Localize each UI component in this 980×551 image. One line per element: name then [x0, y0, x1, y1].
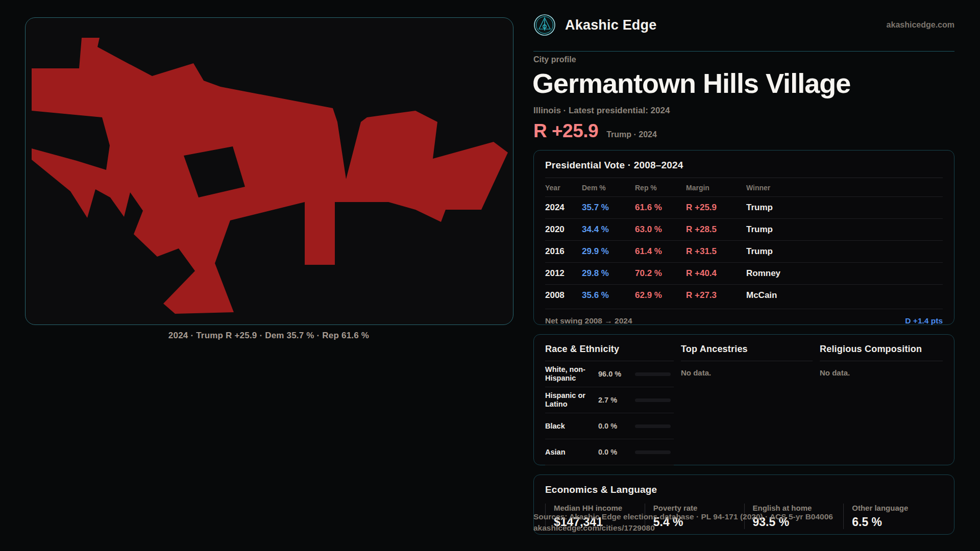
rep-cell: 61.6 % — [635, 203, 686, 213]
year-cell: 2024 — [545, 203, 582, 213]
rep-cell: 62.9 % — [635, 290, 686, 300]
divider — [820, 361, 943, 361]
margin-context: Trump · 2024 — [606, 130, 657, 139]
rep-cell: 61.4 % — [635, 246, 686, 257]
rep-cell: 63.0 % — [635, 224, 686, 235]
race-label: Hispanic or Latino — [545, 391, 598, 408]
city-profile-page: 2024 · Trump R +25.9 · Dem 35.7 % · Rep … — [0, 0, 980, 551]
stat-other-language: Other language 6.5 % — [843, 504, 943, 529]
net-swing-row: Net swing 2008 → 2024 D +1.4 pts — [545, 309, 943, 325]
margin-cell: R +40.4 — [686, 268, 746, 279]
dem-cell: 35.6 % — [582, 290, 635, 300]
economics-language-card: Economics & Language Median HH income $1… — [533, 474, 954, 535]
table-row: 2020 34.4 % 63.0 % R +28.5 Trump — [545, 218, 943, 240]
economics-card-title: Economics & Language — [545, 484, 943, 495]
year-cell: 2016 — [545, 246, 582, 257]
religion-section-title: Religious Composition — [820, 344, 943, 355]
margin-cell: R +31.5 — [686, 246, 746, 257]
col-winner: Winner — [746, 184, 943, 192]
year-cell: 2012 — [545, 268, 582, 279]
stat-label: Other language — [852, 504, 943, 512]
winner-cell: McCain — [746, 290, 943, 300]
presidential-vote-card: Presidential Vote · 2008–2024 Year Dem %… — [533, 150, 954, 325]
list-item: White, non-Hispanic 96.0 % — [545, 361, 674, 387]
race-label: White, non-Hispanic — [545, 365, 598, 382]
col-dem: Dem % — [582, 184, 635, 192]
map-canvas — [26, 18, 513, 324]
dem-cell: 35.7 % — [582, 203, 635, 213]
race-bar-track — [635, 372, 671, 376]
margin-cell: R +27.3 — [686, 290, 746, 300]
economics-stats-row: Median HH income $147,341 Poverty rate 5… — [545, 504, 943, 529]
dem-cell: 29.9 % — [582, 246, 635, 257]
race-ethnicity-section: Race & Ethnicity White, non-Hispanic 96.… — [545, 344, 674, 491]
winner-cell: Trump — [746, 224, 943, 235]
religious-composition-section: Religious Composition No data. — [820, 344, 943, 491]
race-value: 0.0 % — [598, 448, 635, 456]
margin-cell: R +25.9 — [686, 203, 746, 213]
ancestries-section-title: Top Ancestries — [681, 344, 813, 355]
stat-median-hh-income: Median HH income $147,341 — [545, 504, 645, 529]
religion-empty-state: No data. — [820, 368, 943, 377]
header-divider — [533, 51, 954, 52]
dem-cell: 29.8 % — [582, 268, 635, 279]
page-title: Germantown Hills Village — [532, 67, 850, 99]
site-domain: akashicedge.com — [887, 20, 954, 30]
margin-headline: R +25.9 — [533, 120, 598, 142]
list-item: Hispanic or Latino 2.7 % — [545, 387, 674, 413]
table-row: 2012 29.8 % 70.2 % R +40.4 Romney — [545, 262, 943, 284]
race-bar-track — [635, 424, 671, 428]
city-boundary-shape — [32, 38, 508, 314]
table-row: 2016 29.9 % 61.4 % R +31.5 Trump — [545, 240, 943, 262]
page-kicker: City profile — [533, 55, 576, 64]
col-rep: Rep % — [635, 184, 686, 192]
table-row: 2008 35.6 % 62.9 % R +27.3 McCain — [545, 284, 943, 306]
col-year: Year — [545, 184, 582, 192]
year-cell: 2008 — [545, 290, 582, 300]
stat-value: $147,341 — [554, 515, 645, 529]
net-swing-label: Net swing 2008 → 2024 — [545, 316, 632, 325]
rep-cell: 70.2 % — [635, 268, 686, 279]
brand-name: Akashic Edge — [565, 17, 656, 33]
akashic-emblem-icon — [533, 14, 556, 36]
city-boundary-map — [25, 17, 513, 325]
vote-table-header: Year Dem % Rep % Margin Winner — [545, 178, 943, 196]
state-subtitle: Illinois · Latest presidential: 2024 — [533, 106, 670, 116]
race-bar-track — [635, 450, 671, 454]
stat-label: English at home — [753, 504, 844, 512]
demographics-card: Race & Ethnicity White, non-Hispanic 96.… — [533, 334, 954, 465]
stat-value: 93.5 % — [753, 515, 844, 529]
stat-poverty-rate: Poverty rate 5.4 % — [645, 504, 744, 529]
vote-card-title: Presidential Vote · 2008–2024 — [545, 160, 943, 171]
winner-cell: Romney — [746, 268, 943, 279]
year-cell: 2020 — [545, 224, 582, 235]
divider — [681, 361, 813, 361]
stat-label: Poverty rate — [653, 504, 744, 512]
race-label: Asian — [545, 448, 598, 457]
winner-cell: Trump — [746, 203, 943, 213]
margin-cell: R +28.5 — [686, 224, 746, 235]
race-label: Black — [545, 422, 598, 431]
top-ancestries-section: Top Ancestries No data. — [681, 344, 813, 491]
ancestries-empty-state: No data. — [681, 368, 813, 377]
race-value: 96.0 % — [598, 370, 635, 378]
table-row: 2024 35.7 % 61.6 % R +25.9 Trump — [545, 196, 943, 218]
dem-cell: 34.4 % — [582, 224, 635, 235]
list-item: Asian 0.0 % — [545, 439, 674, 465]
col-margin: Margin — [686, 184, 746, 192]
race-section-title: Race & Ethnicity — [545, 344, 674, 355]
margin-headline-row: R +25.9 Trump · 2024 — [533, 120, 657, 142]
winner-cell: Trump — [746, 246, 943, 257]
race-value: 0.0 % — [598, 422, 635, 430]
net-swing-value: D +1.4 pts — [905, 316, 943, 325]
race-value: 2.7 % — [598, 396, 635, 404]
stat-english-at-home: English at home 93.5 % — [744, 504, 844, 529]
profile-panel: Akashic Edge akashicedge.com City profil… — [533, 0, 954, 551]
stat-label: Median HH income — [554, 504, 645, 512]
stat-value: 5.4 % — [653, 515, 744, 529]
map-caption: 2024 · Trump R +25.9 · Dem 35.7 % · Rep … — [25, 331, 512, 341]
list-item: Black 0.0 % — [545, 413, 674, 439]
site-header: Akashic Edge akashicedge.com — [533, 13, 954, 37]
stat-value: 6.5 % — [852, 515, 943, 529]
race-bar-track — [635, 398, 671, 402]
